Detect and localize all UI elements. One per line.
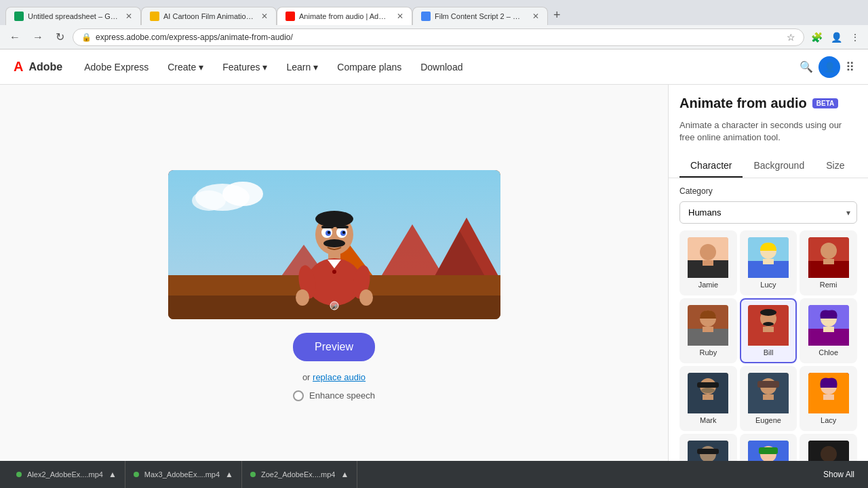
svg-point-17 [328,231,330,234]
char-name-ruby: Ruby [699,348,717,357]
right-panel: Animate from audio BETA Animate a charac… [668,85,868,486]
char-name-lacy: Lacy [821,416,836,424]
svg-point-61 [701,388,715,393]
refresh-button[interactable]: ↻ [52,28,68,46]
tab-film[interactable]: Film Content Script 2 – Google ... ✕ [412,7,548,25]
char-avatar-eugene [748,373,789,413]
tab-spreadsheet[interactable]: Untitled spreadsheet – Google ... ✕ [5,7,141,25]
back-button[interactable]: ← [5,28,24,46]
char-card-bill[interactable]: Bill [740,298,797,363]
svg-rect-60 [697,382,719,388]
character-grid: Jamie Lucy [679,230,857,486]
adobe-logo: A Adobe [14,59,62,75]
category-select[interactable]: Humans Animals Fantasy Robots [679,201,857,224]
forward-button[interactable]: → [28,28,47,46]
browser-chrome: Untitled spreadsheet – Google ... ✕ AI C… [0,0,868,49]
nav-compare[interactable]: Compare plans [329,58,410,77]
svg-rect-53 [763,327,774,332]
char-card-jamie[interactable]: Jamie [679,230,737,296]
tab-close-4[interactable]: ✕ [532,12,539,21]
replace-audio-link[interactable]: replace audio [313,372,366,382]
download-name-3: Zoe2_AdobeEx....mp4 [261,470,335,479]
tab-label-4: Film Content Script 2 – Google ... [435,12,526,20]
category-select-wrapper: Humans Animals Fantasy Robots ▾ [679,201,857,224]
preview-button[interactable]: Preview [293,333,375,361]
nav-create[interactable]: Create ▾ [159,58,212,77]
main-content: 🎤 Preview or replace audio Enhance speec… [0,85,868,486]
bottom-bar: Alex2_AdobeEx....mp4 ▲ Max3_AdobeEx....m… [0,461,868,488]
extensions-button[interactable]: 🧩 [808,29,825,45]
svg-point-3 [192,190,226,211]
download-status-2 [134,472,139,477]
enhance-speech-radio[interactable] [293,390,304,401]
tab-favicon-1 [14,12,24,21]
tab-size[interactable]: Size [815,155,855,178]
star-icon[interactable]: ☆ [787,32,795,43]
tab-close-1[interactable]: ✕ [125,12,132,21]
svg-rect-68 [763,394,774,400]
download-arrow-2[interactable]: ▲ [225,470,233,479]
enhance-speech-label: Enhance speech [309,390,375,401]
svg-point-2 [222,182,263,206]
adobe-icon: A [14,59,23,75]
char-name-mark: Mark [700,416,716,424]
svg-point-51 [763,322,774,326]
tab-character[interactable]: Character [679,155,743,178]
svg-point-18 [342,231,345,234]
char-name-chloe: Chloe [818,348,838,357]
svg-rect-47 [703,327,713,332]
svg-rect-20 [336,226,349,228]
panel-title-row: Animate from audio BETA [679,96,857,111]
char-card-lucy[interactable]: Lucy [740,230,797,296]
enhance-speech-row: Enhance speech [293,390,375,401]
show-all-button[interactable]: Show All [818,467,860,482]
animation-preview: 🎤 [168,170,500,319]
new-tab-button[interactable]: + [548,5,566,25]
download-arrow-3[interactable]: ▲ [340,470,349,479]
nav-icons: 🧩 👤 ⋮ [808,29,863,45]
svg-text:🎤: 🎤 [331,304,337,310]
svg-point-33 [700,244,716,260]
char-card-ruby[interactable]: Ruby [679,298,737,363]
char-card-lacy[interactable]: Lacy [800,366,857,431]
tab-favicon-4 [421,12,431,21]
panel-tabs: Character Background Size [679,155,857,178]
tab-animate[interactable]: Animate from audio | Adobe E... ✕ [277,7,412,25]
char-card-remi[interactable]: Remi [800,230,857,296]
download-item-2: Max3_AdobeEx....mp4 ▲ [125,461,242,488]
svg-rect-19 [321,226,334,228]
nav-features[interactable]: Features ▾ [214,58,275,77]
menu-button[interactable]: ⋮ [848,29,863,45]
char-card-mark[interactable]: Mark [679,366,737,431]
char-avatar-remi [808,237,849,278]
user-avatar[interactable]: 👤 [818,56,840,78]
address-bar[interactable]: 🔒 express.adobe.com/express-apps/animate… [73,28,804,46]
tab-close-3[interactable]: ✕ [397,12,403,21]
svg-point-28 [296,289,309,306]
tab-cartoon[interactable]: AI Cartoon Film Animation – C... ✕ [141,7,277,25]
adobe-nav: Adobe Express Create ▾ Features ▾ Learn … [76,58,800,77]
svg-rect-35 [703,260,713,266]
download-arrow-1[interactable]: ▲ [108,470,117,479]
address-text: express.adobe.com/express-apps/animate-f… [96,33,783,42]
nav-download[interactable]: Download [412,58,471,77]
svg-rect-39 [763,259,774,264]
char-card-chloe[interactable]: Chloe [800,298,857,363]
apps-icon[interactable]: ⠿ [846,60,854,75]
char-name-jamie: Jamie [698,281,718,289]
char-name-lucy: Lucy [760,281,776,289]
svg-rect-79 [759,447,778,454]
nav-learn[interactable]: Learn ▾ [278,58,326,77]
svg-rect-43 [823,259,834,264]
svg-rect-57 [823,327,834,332]
tab-close-2[interactable]: ✕ [261,12,268,21]
svg-point-12 [315,211,353,227]
char-avatar-ruby [688,305,728,346]
panel-body: Category Humans Animals Fantasy Robots ▾ [669,178,868,486]
profile-icon[interactable]: 👤 [828,29,845,45]
tab-background[interactable]: Background [743,155,815,178]
search-button[interactable]: 🔍 [800,60,813,73]
nav-adobe-express[interactable]: Adobe Express [76,58,157,77]
svg-point-29 [359,289,373,306]
char-card-eugene[interactable]: Eugene [740,366,797,431]
